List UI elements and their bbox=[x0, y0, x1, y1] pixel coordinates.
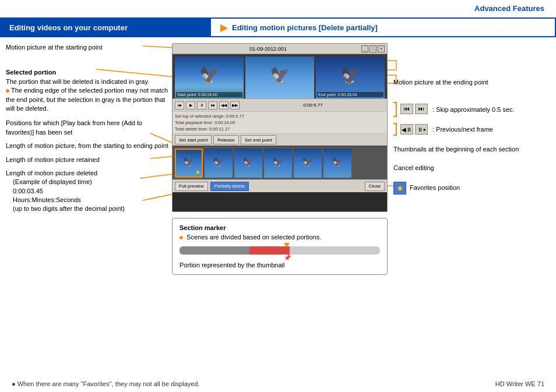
annotation-length-retained: Length of motion picture retained bbox=[6, 156, 169, 164]
section-marker-arrow bbox=[284, 243, 290, 248]
annotation-selected-portion: Selected portion The portion that will b… bbox=[6, 68, 169, 113]
favorites-positions-text: Positions for which [Play back from here… bbox=[6, 119, 142, 135]
ui-preview-btn[interactable]: Full preview bbox=[175, 182, 208, 191]
annotation-ending-point: Motion picture at the ending point bbox=[393, 78, 551, 87]
header-right-text: Editing motion pictures [Delete partiall… bbox=[232, 23, 378, 32]
annotation-cancel-editing: Cancel editing bbox=[393, 164, 551, 172]
ui-thumb-1[interactable]: 🦅 ★ bbox=[175, 149, 203, 178]
annotation-length-deleted: Length of motion picture deleted (Exampl… bbox=[6, 169, 169, 214]
ui-title-text: 01-09-2012.001 bbox=[175, 46, 361, 52]
cancel-editing-text: Cancel editing bbox=[393, 164, 434, 171]
ui-set-point-row: Set start point Release Set end point bbox=[173, 133, 387, 146]
ui-ctrl-pause-btn[interactable]: ⏸ bbox=[197, 101, 206, 110]
length-deleted-title: Length of motion picture deleted bbox=[6, 169, 97, 176]
annotation-length-total: Length of motion picture, from the start… bbox=[6, 142, 169, 150]
ui-info-row-3: Total delete time: 0:00:11.17 bbox=[175, 126, 385, 132]
next-frame-icon: ⏸▶ bbox=[415, 124, 428, 135]
ui-ctrl-skip-fwd-btn[interactable]: ▶▶ bbox=[230, 101, 240, 110]
timeline-selected bbox=[249, 246, 290, 255]
annotation-starting-point: Motion picture at the starting point bbox=[6, 43, 169, 52]
ui-video-thumb-start: 🦅 Start point: 0:00:24.00 bbox=[175, 56, 244, 98]
ui-controls-row: ⏮ ▶ ⏸ ⏭ ◀◀ ▶▶ 0:00:9.77 bbox=[173, 98, 387, 111]
thumb-bird-5: 🦅 bbox=[302, 156, 314, 167]
footer: ● When there are many "Favorites", they … bbox=[0, 380, 556, 387]
thumb-bird-1: 🦅 bbox=[183, 156, 195, 167]
ui-video-thumb-end: 🦅 End point: 0:00:28.04 bbox=[316, 56, 385, 98]
section-marker-title: Section marker bbox=[180, 224, 380, 231]
ui-close-btn[interactable]: × bbox=[378, 45, 385, 52]
ui-thumb-5[interactable]: 🦅 bbox=[294, 149, 322, 178]
ui-thumb-4[interactable]: 🦅 bbox=[264, 149, 292, 178]
ui-ctrl-prev-btn[interactable]: ⏮ bbox=[175, 101, 184, 110]
length-total-text: Length of motion picture, from the start… bbox=[6, 142, 168, 149]
skip-label: : Skip approximately 0.5 sec. bbox=[432, 105, 515, 114]
ui-ctrl-next-btn[interactable]: ⏭ bbox=[208, 101, 217, 110]
ui-maximize-btn[interactable]: □ bbox=[370, 45, 376, 52]
ui-info-rows: Set top of selected range: 0:00:9.77 Tot… bbox=[173, 111, 387, 133]
ui-thumbstrip: 🦅 ★ 🦅 🦅 🦅 🦅 🦅 bbox=[173, 146, 387, 179]
favorites-position-text: Favorites position bbox=[410, 183, 460, 192]
skip-fwd-icon: ⏭ bbox=[415, 104, 428, 114]
header-bar: Editing videos on your computer ▶ Editin… bbox=[0, 17, 556, 37]
ui-video-row: 🦅 Start point: 0:00:24.00 🦅 🦅 End point:… bbox=[173, 54, 387, 98]
length-retained-text: Length of motion picture retained bbox=[6, 156, 100, 163]
ui-ctrl-skip-back-btn[interactable]: ◀◀ bbox=[219, 101, 228, 110]
main-content: Motion picture at the starting point Sel… bbox=[0, 37, 556, 369]
header-right-title: ▶ Editing motion pictures [Delete partia… bbox=[210, 17, 556, 37]
thumbnail-marker-icon: 📌 bbox=[284, 255, 291, 261]
ui-info-label-3: Total delete time: 0:00:11.17 bbox=[175, 126, 251, 132]
ui-close-video-btn[interactable]: Close bbox=[365, 182, 385, 191]
ui-partial-delete-btn[interactable]: Partially delete bbox=[210, 182, 249, 191]
ui-set-start-btn[interactable]: Set start point bbox=[175, 135, 212, 144]
ui-timeline-time: 0:00:9.77 bbox=[241, 103, 385, 108]
prevnext-buttons: ◀⏸ ⏸▶ bbox=[400, 124, 428, 135]
ui-ctrl-play-btn[interactable]: ▶ bbox=[186, 101, 195, 110]
ui-info-row-1: Set top of selected range: 0:00:9.77 bbox=[175, 113, 385, 119]
ending-point-text: Motion picture at the ending point bbox=[393, 79, 488, 86]
bird-icon-1: 🦅 bbox=[199, 66, 220, 85]
annotation-favorites-positions: Positions for which [Play back from here… bbox=[6, 119, 169, 137]
ui-thumb-6[interactable]: 🦅 bbox=[323, 149, 351, 178]
ui-info-label-1: Set top of selected range: 0:00:9.77 bbox=[175, 114, 251, 119]
annotation-skip-buttons: ⏮ ⏭ : Skip approximately 0.5 sec. bbox=[393, 102, 551, 117]
end-point-label: End point: 0:00:28.04 bbox=[317, 92, 383, 97]
ui-window-buttons: _ □ × bbox=[361, 45, 385, 52]
selected-portion-body: The portion that will be deleted is indi… bbox=[6, 78, 149, 85]
section-marker-dot bbox=[180, 236, 183, 239]
thumb-bird-6: 🦅 bbox=[332, 156, 343, 167]
annotation-prev-next: ◀⏸ ⏸▶ : Previous/next frame bbox=[393, 123, 551, 136]
ui-thumb-3[interactable]: 🦅 bbox=[234, 149, 262, 178]
ui-bottom-bar: Full preview Partially delete Close bbox=[173, 179, 387, 192]
skip-bracket bbox=[393, 102, 397, 117]
advanced-features-label: Advanced Features bbox=[474, 4, 544, 13]
section-timeline: 📌 bbox=[180, 246, 380, 255]
footer-note: ● When there are many "Favorites", they … bbox=[12, 380, 200, 387]
section-marker-box: Section marker Scenes are divided based … bbox=[172, 218, 388, 275]
ui-thumb-2[interactable]: 🦅 bbox=[205, 149, 233, 178]
ui-video-thumb-mid: 🦅 bbox=[245, 56, 314, 98]
section-marker-bullet: Scenes are divided based on selected por… bbox=[180, 234, 380, 241]
footer-page-info: HD Writer WE 71 bbox=[495, 380, 544, 387]
ui-star-1: ★ bbox=[195, 169, 200, 175]
thumbnail-label: Portion represented by the thumbnail bbox=[180, 262, 380, 269]
bullet-dot bbox=[6, 89, 9, 93]
selected-portion-title: Selected portion bbox=[6, 69, 56, 76]
length-deleted-time: 0:00:03.45 bbox=[6, 188, 43, 195]
ui-info-row-2: Total playback time: 0:00:24.05 bbox=[175, 119, 385, 126]
thumb-bird-4: 🦅 bbox=[272, 156, 284, 167]
skip-buttons-container: ⏮ ⏭ bbox=[400, 104, 428, 116]
timeline-filled-1 bbox=[180, 246, 249, 255]
prev-frame-icon: ◀⏸ bbox=[400, 124, 413, 135]
thumb-bird-2: 🦅 bbox=[213, 156, 224, 167]
skip-back-icon: ⏮ bbox=[400, 104, 413, 114]
ui-info-label-2: Total playback time: 0:00:24.05 bbox=[175, 120, 251, 125]
prevnext-bracket bbox=[393, 123, 397, 136]
ui-set-end-btn[interactable]: Set end point bbox=[241, 135, 276, 144]
bird-icon-2: 🦅 bbox=[270, 66, 290, 85]
ui-release-btn[interactable]: Release bbox=[213, 135, 238, 144]
left-annotations: Motion picture at the starting point Sel… bbox=[6, 43, 169, 218]
ui-minimize-btn[interactable]: _ bbox=[361, 45, 368, 52]
ui-title-bar: 01-09-2012.001 _ □ × bbox=[173, 44, 387, 54]
bird-icon-3: 🦅 bbox=[340, 66, 361, 85]
skip-buttons-row: ⏮ ⏭ bbox=[400, 104, 428, 114]
